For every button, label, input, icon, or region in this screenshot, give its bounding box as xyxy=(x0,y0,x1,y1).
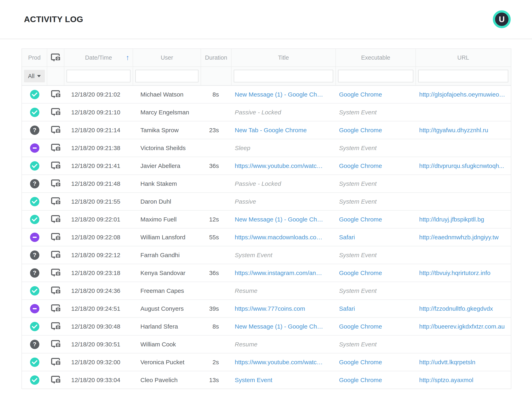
avatar-initial: U xyxy=(499,15,505,24)
cell-executable: System Event xyxy=(339,145,377,152)
cell-user: Cleo Pavelich xyxy=(141,377,178,384)
table-row: 12/18/20 09:21:55 Daron Duhl Passive Sys… xyxy=(22,192,511,210)
url-filter-input[interactable] xyxy=(418,70,508,82)
sort-ascending-icon[interactable]: ↑ xyxy=(126,54,129,61)
cell-datetime: 12/18/20 09:23:18 xyxy=(71,270,120,277)
column-header-duration[interactable]: Duration xyxy=(201,49,231,67)
executable-filter-input[interactable] xyxy=(338,70,413,82)
table-row: 12/18/20 09:22:01 Maximo Fuell 12s New M… xyxy=(22,210,511,228)
table-body: 12/18/20 09:21:02 Michael Watson 8s New … xyxy=(22,86,511,389)
cell-datetime: 12/18/20 09:21:14 xyxy=(71,127,120,134)
table-row: 12/18/20 09:33:04 Cleo Pavelich 13s Syst… xyxy=(22,371,511,389)
chevron-down-icon xyxy=(37,75,41,77)
cell-user: William Lansford xyxy=(141,234,186,241)
screenshot-icon[interactable] xyxy=(51,322,61,331)
cell-executable[interactable]: Google Chrome xyxy=(339,270,382,277)
screenshot-icon[interactable] xyxy=(51,358,61,366)
cell-duration: 55s xyxy=(209,234,219,241)
cell-title[interactable]: New Message (1) - Google Ch… xyxy=(235,323,323,330)
screenshot-icon[interactable] xyxy=(51,286,61,295)
cell-url[interactable]: http://ldruyj.jfbspikptll.bg xyxy=(419,216,484,223)
cell-user: Tamika Sprow xyxy=(141,127,179,134)
cell-datetime: 12/18/20 09:21:10 xyxy=(71,109,120,116)
column-header-executable[interactable]: Executable xyxy=(336,49,416,67)
screenshot-icon[interactable] xyxy=(51,197,61,206)
cell-executable[interactable]: Safari xyxy=(339,234,355,241)
screenshot-filter-cell xyxy=(47,67,64,85)
cell-executable[interactable]: Google Chrome xyxy=(339,163,382,169)
cell-executable: System Event xyxy=(339,287,377,294)
cell-url[interactable]: http://sptzo.ayaxmol xyxy=(419,377,473,384)
screenshot-icon[interactable] xyxy=(51,126,61,134)
cell-title[interactable]: https://www.777coins.com xyxy=(235,305,305,312)
check-circle-icon xyxy=(30,161,39,170)
table-row: 12/18/20 09:21:48 Hank Stakem Passive - … xyxy=(22,174,511,192)
title-filter-input[interactable] xyxy=(234,70,333,82)
cell-url[interactable]: http://tbvuiy.hqrirtutorz.info xyxy=(419,270,490,277)
cell-datetime: 12/18/20 09:22:08 xyxy=(71,234,120,241)
cell-title[interactable]: https://www.macdownloads.co… xyxy=(235,234,322,241)
cell-url[interactable]: http://tgyafwu.dhyzznhl.ru xyxy=(419,127,488,134)
table-row: 12/18/20 09:21:14 Tamika Sprow 23s New T… xyxy=(22,121,511,139)
screenshot-icon[interactable] xyxy=(51,233,61,241)
datetime-filter-input[interactable] xyxy=(67,70,130,82)
prod-filter-dropdown[interactable]: All xyxy=(24,70,45,82)
table-row: 12/18/20 09:21:41 Javier Abellera 36s ht… xyxy=(22,157,511,174)
check-circle-icon xyxy=(30,90,39,99)
column-header-title[interactable]: Title xyxy=(231,49,336,67)
cell-executable[interactable]: Google Chrome xyxy=(339,377,382,384)
cell-title: Passive - Locked xyxy=(235,109,281,116)
user-filter-input[interactable] xyxy=(135,70,199,82)
cell-title[interactable]: https://www.youtube.com/watc… xyxy=(235,359,323,366)
cell-title[interactable]: https://www.instagram.com/an… xyxy=(235,270,322,277)
cell-url[interactable]: http://glsjofajoehs.oeymuwieo… xyxy=(419,91,505,98)
screenshot-icon[interactable] xyxy=(51,340,61,349)
cell-title[interactable]: New Message (1) - Google Ch… xyxy=(235,91,323,98)
table-row: 12/18/20 09:23:18 Kenya Sandovar 36s htt… xyxy=(22,264,511,282)
column-header-datetime[interactable]: Date/Time ↑ xyxy=(64,49,133,67)
screenshot-icon[interactable] xyxy=(51,269,61,277)
screenshot-icon[interactable] xyxy=(51,161,61,170)
screenshot-icon[interactable] xyxy=(51,108,61,117)
minus-circle-icon xyxy=(30,233,39,242)
cell-duration: 2s xyxy=(212,359,219,366)
user-avatar[interactable]: U xyxy=(493,10,511,28)
cell-executable[interactable]: Google Chrome xyxy=(339,91,382,98)
cell-title[interactable]: https://www.youtube.com/watc… xyxy=(235,163,323,169)
column-header-url[interactable]: URL xyxy=(416,49,511,67)
cell-url[interactable]: http://dtvprurqu.sfugkcnwtoqh... xyxy=(419,163,504,169)
column-header-screenshot[interactable] xyxy=(47,49,64,67)
check-circle-icon xyxy=(30,286,39,296)
cell-executable[interactable]: Google Chrome xyxy=(339,323,382,330)
cell-title[interactable]: System Event xyxy=(235,377,272,384)
cell-duration: 13s xyxy=(209,377,219,384)
screenshot-icon[interactable] xyxy=(51,215,61,224)
screenshot-icon[interactable] xyxy=(51,90,61,99)
screenshot-icon[interactable] xyxy=(51,144,61,152)
cell-user: Victorina Sheilds xyxy=(141,145,186,152)
cell-title[interactable]: New Tab - Google Chrome xyxy=(235,127,307,134)
column-header-prod[interactable]: Prod xyxy=(22,49,47,67)
cell-user: Daron Duhl xyxy=(141,198,171,205)
column-header-user[interactable]: User xyxy=(133,49,201,67)
screenshot-icon[interactable] xyxy=(51,376,61,384)
table-row: 12/18/20 09:21:10 Marcy Engelsman Passiv… xyxy=(22,103,511,121)
cell-url[interactable]: http://udvtt.lkqrpetsln xyxy=(419,359,475,366)
table-row: 12/18/20 09:21:02 Michael Watson 8s New … xyxy=(22,86,511,103)
screenshot-icon[interactable] xyxy=(51,179,61,188)
screenshot-icon[interactable] xyxy=(51,304,61,313)
question-circle-icon xyxy=(30,179,39,188)
cell-url[interactable]: http://fzzodnulltfo.gkegdvdx xyxy=(419,305,493,312)
screenshot-icon[interactable] xyxy=(51,251,61,259)
cell-url[interactable]: http://eaednmwhzb.jdngiyy.tw xyxy=(419,234,499,241)
cell-duration: 8s xyxy=(212,91,219,98)
cell-title[interactable]: New Message (1) - Google Ch… xyxy=(235,216,323,223)
cell-executable[interactable]: Google Chrome xyxy=(339,359,382,366)
cell-executable[interactable]: Google Chrome xyxy=(339,216,382,223)
activity-log-table: Prod Date/Time ↑ User Duration Title Exe… xyxy=(21,49,511,389)
cell-executable[interactable]: Safari xyxy=(339,305,355,312)
cell-datetime: 12/18/20 09:33:04 xyxy=(71,377,120,384)
cell-url[interactable]: http://bueerev.igkdxfxtzr.com.au xyxy=(419,323,505,330)
cell-datetime: 12/18/20 09:32:00 xyxy=(71,359,120,366)
cell-executable[interactable]: Google Chrome xyxy=(339,127,382,134)
